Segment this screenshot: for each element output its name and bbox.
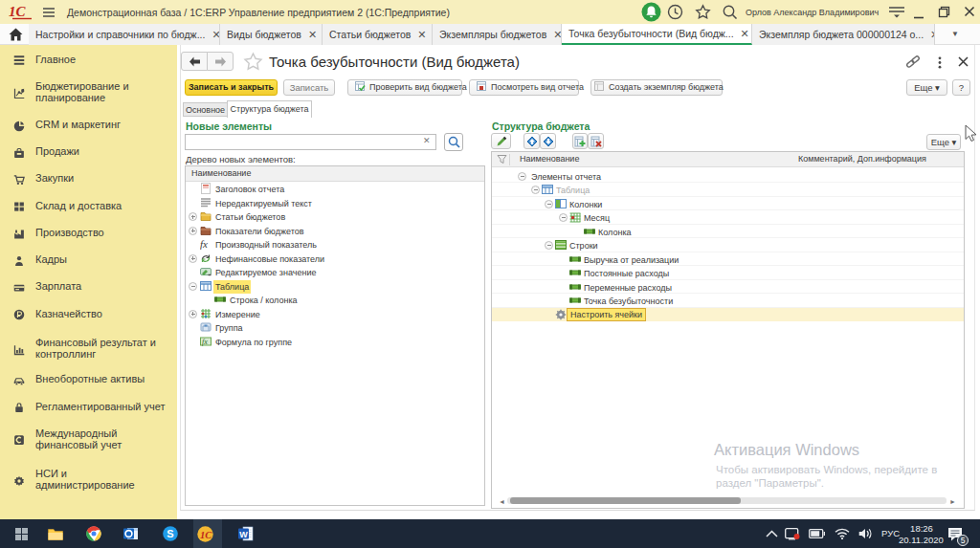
svg-text:1С: 1С [200,529,212,539]
svg-text:fx: fx [200,238,208,250]
svg-text:W: W [239,530,248,539]
svg-text:S: S [167,528,173,539]
svg-text:fx: fx [202,338,208,346]
svg-text:1С: 1С [9,4,27,19]
